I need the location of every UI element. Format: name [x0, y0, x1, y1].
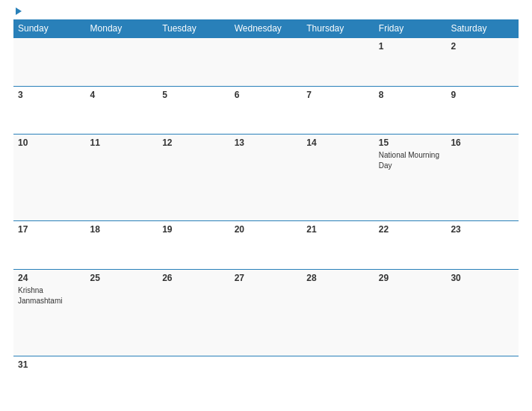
- logo: [13, 7, 22, 15]
- calendar-cell: [374, 356, 447, 404]
- calendar-week-row: 3456789: [13, 86, 519, 135]
- calendar-cell: 18: [86, 221, 158, 270]
- day-number: 14: [306, 137, 370, 148]
- calendar-event: Krishna Janmashtami: [18, 286, 62, 305]
- calendar-cell: 23: [446, 221, 519, 270]
- logo-triangle-icon: [16, 7, 22, 15]
- calendar-cell: [230, 356, 303, 404]
- calendar-cell: 7: [302, 86, 374, 135]
- calendar-cell: [86, 38, 158, 87]
- day-number: 17: [18, 224, 81, 235]
- calendar-cell: [302, 356, 374, 404]
- weekday-header-thursday: Thursday: [302, 19, 374, 38]
- calendar-week-row: 24Krishna Janmashtami252627282930: [13, 269, 519, 356]
- day-number: 9: [451, 90, 514, 100]
- day-number: 11: [90, 137, 154, 148]
- day-number: 24: [18, 273, 81, 283]
- day-number: 3: [18, 90, 81, 100]
- day-number: 30: [451, 273, 514, 283]
- calendar-cell: 5: [158, 86, 230, 135]
- calendar-cell: [302, 38, 374, 87]
- calendar-cell: 28: [302, 269, 374, 356]
- calendar-cell: 22: [374, 221, 447, 270]
- day-number: 7: [306, 90, 370, 100]
- calendar-event: National Mourning Day: [379, 151, 439, 170]
- weekday-header-wednesday: Wednesday: [230, 19, 303, 38]
- calendar-week-row: 101112131415National Mourning Day16: [13, 135, 519, 221]
- day-number: 31: [18, 359, 81, 370]
- day-number: 6: [235, 90, 298, 100]
- day-number: 10: [18, 137, 81, 148]
- calendar-cell: [86, 356, 158, 404]
- day-number: 28: [306, 273, 370, 283]
- calendar-cell: [13, 38, 86, 87]
- day-number: 8: [379, 90, 442, 100]
- day-number: 2: [451, 41, 514, 52]
- calendar-week-row: 31: [13, 356, 519, 404]
- calendar-cell: [158, 38, 230, 87]
- calendar-cell: 21: [302, 221, 374, 270]
- calendar-cell: 27: [230, 269, 303, 356]
- day-number: 23: [451, 224, 514, 235]
- weekday-header-monday: Monday: [86, 19, 158, 38]
- day-number: 4: [90, 90, 154, 100]
- calendar-cell: 13: [230, 135, 303, 221]
- calendar-cell: 4: [86, 86, 158, 135]
- weekday-header-saturday: Saturday: [446, 19, 519, 38]
- calendar-cell: 2: [446, 38, 519, 87]
- day-number: 19: [162, 224, 226, 235]
- calendar-week-row: 17181920212223: [13, 221, 519, 270]
- calendar-cell: 16: [446, 135, 519, 221]
- day-number: 1: [379, 41, 442, 52]
- day-number: 21: [306, 224, 370, 235]
- calendar-cell: 15National Mourning Day: [374, 135, 447, 221]
- day-number: 25: [90, 273, 154, 283]
- calendar-cell: 19: [158, 221, 230, 270]
- calendar-cell: 14: [302, 135, 374, 221]
- calendar-cell: 30: [446, 269, 519, 356]
- weekday-header-sunday: Sunday: [13, 19, 86, 38]
- calendar-cell: [446, 356, 519, 404]
- calendar-cell: 24Krishna Janmashtami: [13, 269, 86, 356]
- day-number: 22: [379, 224, 442, 235]
- day-number: 15: [379, 137, 442, 148]
- weekday-header-tuesday: Tuesday: [158, 19, 230, 38]
- calendar-table: SundayMondayTuesdayWednesdayThursdayFrid…: [13, 19, 519, 404]
- weekday-header-friday: Friday: [374, 19, 447, 38]
- calendar-cell: [158, 356, 230, 404]
- calendar-cell: 9: [446, 86, 519, 135]
- calendar-cell: 25: [86, 269, 158, 356]
- calendar-week-row: 12: [13, 38, 519, 87]
- calendar-cell: 1: [374, 38, 447, 87]
- calendar-cell: 29: [374, 269, 447, 356]
- day-number: 26: [162, 273, 226, 283]
- calendar-cell: 31: [13, 356, 86, 404]
- day-number: 29: [379, 273, 442, 283]
- day-number: 27: [235, 273, 298, 283]
- calendar-cell: 10: [13, 135, 86, 221]
- calendar-header: [13, 7, 519, 15]
- logo-blue-text: [13, 7, 22, 15]
- calendar-cell: 20: [230, 221, 303, 270]
- day-number: 18: [90, 224, 154, 235]
- day-number: 12: [162, 137, 226, 148]
- calendar-cell: 26: [158, 269, 230, 356]
- day-number: 16: [451, 137, 514, 148]
- calendar-cell: 6: [230, 86, 303, 135]
- day-number: 20: [235, 224, 298, 235]
- calendar-cell: 11: [86, 135, 158, 221]
- calendar-cell: 3: [13, 86, 86, 135]
- day-number: 5: [162, 90, 226, 100]
- calendar-cell: [230, 38, 303, 87]
- calendar-header-row: SundayMondayTuesdayWednesdayThursdayFrid…: [13, 19, 519, 38]
- calendar-cell: 8: [374, 86, 447, 135]
- calendar-cell: 12: [158, 135, 230, 221]
- day-number: 13: [235, 137, 298, 148]
- calendar-cell: 17: [13, 221, 86, 270]
